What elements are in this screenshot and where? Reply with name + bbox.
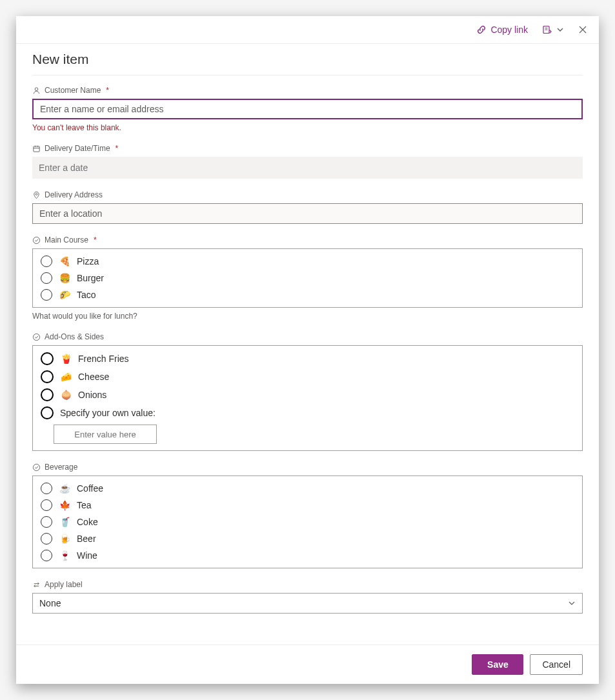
option-emoji: 🌮 [59,290,70,300]
option-emoji: 🧀 [60,372,72,382]
option-text: Burger [77,273,104,283]
addons-label: Add-Ons & Sides [45,332,104,341]
cancel-button[interactable]: Cancel [530,654,583,675]
radio-icon [41,388,54,401]
customer-name-error: You can't leave this blank. [32,123,583,132]
edit-form-button[interactable] [542,25,564,35]
required-marker: * [94,235,97,245]
beverage-option[interactable]: 🍷 Wine [35,547,580,564]
main-course-description: What would you like for lunch? [32,312,583,321]
addons-specify-option[interactable]: Specify your own value: [35,404,580,422]
svg-rect-2 [34,146,39,151]
apply-label-dropdown[interactable]: None [32,593,583,614]
beverage-options: ☕ Coffee 🍁 Tea 🥤 Coke 🍺 Beer [32,475,583,568]
svg-point-6 [33,464,39,470]
delivery-address-label: Delivery Address [45,190,103,199]
radio-icon [41,352,54,365]
field-main-course: Main Course * 🍕 Pizza 🍔 Burger 🌮 Taco [32,235,583,321]
radio-icon [41,499,52,511]
field-addons: Add-Ons & Sides 🍟 French Fries 🧀 Cheese … [32,332,583,451]
required-marker: * [116,144,119,153]
customer-name-input[interactable] [32,99,583,119]
option-emoji: 🧅 [60,390,72,400]
svg-point-1 [35,87,38,90]
beverage-label: Beverage [45,463,77,472]
chevron-down-icon [556,26,564,34]
page-title: New item [32,52,583,75]
option-text: Taco [77,290,96,300]
addons-option[interactable]: 🧀 Cheese [35,368,580,386]
field-delivery-address: Delivery Address [32,190,583,224]
option-emoji: 🍷 [59,550,70,561]
choice-icon [32,236,41,245]
option-text: Beer [77,534,96,544]
option-text: Wine [77,550,97,561]
beverage-option[interactable]: ☕ Coffee [35,480,580,497]
panel-footer: Save Cancel [16,645,599,684]
option-text: Pizza [77,256,99,266]
main-course-option[interactable]: 🍕 Pizza [35,253,580,270]
option-text: Cheese [78,372,109,382]
option-emoji: 🍕 [59,256,70,266]
radio-icon [41,550,52,561]
option-emoji: 🍺 [59,534,70,544]
specify-own-value-label: Specify your own value: [60,408,156,418]
option-text: Coffee [77,483,103,494]
beverage-option[interactable]: 🥤 Coke [35,514,580,530]
option-emoji: 🍟 [60,354,72,364]
form-icon [542,25,552,35]
swap-icon [32,581,41,589]
close-button[interactable] [578,25,587,34]
radio-icon [41,272,52,284]
field-customer-name: Customer Name * You can't leave this bla… [32,86,583,132]
copy-link-button[interactable]: Copy link [476,25,528,35]
addons-option[interactable]: 🧅 Onions [35,386,580,404]
main-course-options: 🍕 Pizza 🍔 Burger 🌮 Taco [32,248,583,308]
radio-icon [41,516,52,528]
choice-icon [32,463,41,472]
addons-option[interactable]: 🍟 French Fries [35,350,580,368]
radio-icon [41,533,52,545]
svg-point-5 [33,334,39,340]
choice-icon [32,333,41,341]
option-emoji: 🍔 [59,273,70,283]
radio-icon [41,289,52,301]
customer-name-label: Customer Name [45,86,101,95]
field-apply-label: Apply label None [32,580,583,614]
close-icon [578,25,587,34]
link-icon [476,25,487,35]
delivery-address-input[interactable] [32,203,583,224]
radio-icon [41,370,54,383]
form-body: New item Customer Name * You can't leave… [16,43,599,645]
main-course-label: Main Course [45,235,88,245]
option-text: Onions [78,390,106,400]
copy-link-label: Copy link [490,25,528,35]
beverage-option[interactable]: 🍺 Beer [35,530,580,547]
svg-point-3 [35,193,37,195]
required-marker: * [106,86,109,95]
specify-own-value-input[interactable] [54,425,157,444]
panel-header: Copy link [16,16,599,43]
apply-label-text: Apply label [45,580,83,589]
beverage-option[interactable]: 🍁 Tea [35,497,580,514]
option-emoji: ☕ [59,483,70,494]
field-beverage: Beverage ☕ Coffee 🍁 Tea 🥤 Coke [32,463,583,568]
radio-icon [41,483,52,494]
option-text: Tea [77,500,92,510]
chevron-down-icon [568,599,576,607]
save-button[interactable]: Save [472,654,523,675]
radio-icon [41,406,54,419]
location-icon [32,191,41,199]
main-course-option[interactable]: 🍔 Burger [35,270,580,286]
main-course-option[interactable]: 🌮 Taco [35,286,580,303]
new-item-panel: Copy link New item [16,16,599,684]
delivery-date-input[interactable] [32,157,583,179]
option-text: Coke [77,517,98,527]
option-emoji: 🥤 [59,517,70,527]
svg-point-4 [33,237,39,243]
person-icon [32,86,41,95]
addons-options: 🍟 French Fries 🧀 Cheese 🧅 Onions Specify… [32,345,583,451]
radio-icon [41,255,52,267]
field-delivery-date: Delivery Date/Time * [32,144,583,179]
option-text: French Fries [78,354,129,364]
